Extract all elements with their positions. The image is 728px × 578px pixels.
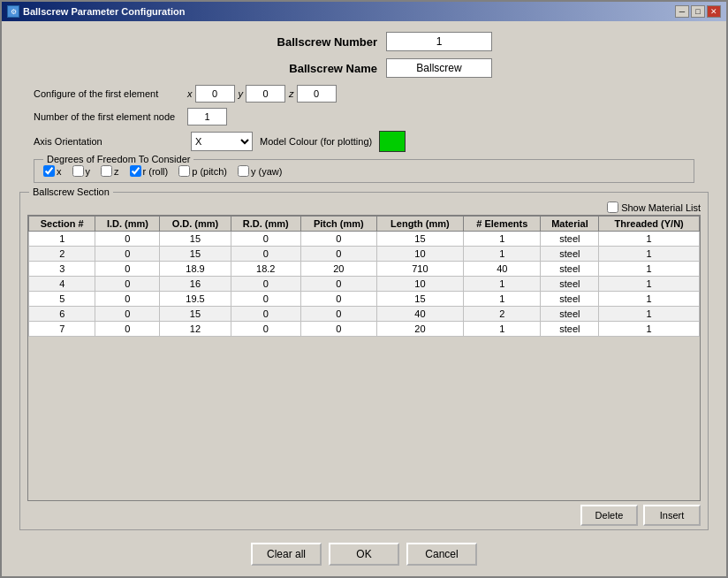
ballscrew-number-label: Ballscrew Number bbox=[236, 35, 377, 49]
dof-group: Degrees of Freedom To Consider x y z r (… bbox=[34, 159, 694, 183]
dof-row: x y z r (roll) p (pitch) bbox=[43, 165, 685, 177]
col-material: Material bbox=[541, 217, 599, 232]
col-length: Length (mm) bbox=[376, 217, 463, 232]
x-label: x bbox=[187, 88, 193, 99]
table-row[interactable]: 201500101steel1 bbox=[29, 247, 700, 262]
section-table-container[interactable]: Section # I.D. (mm) O.D. (mm) R.D. (mm) … bbox=[27, 215, 701, 501]
table-row[interactable]: 5019.500151steel1 bbox=[29, 292, 700, 307]
dof-yaw-checkbox[interactable] bbox=[238, 165, 249, 177]
main-content: Ballscrew Number Ballscrew Name Configur… bbox=[2, 21, 726, 576]
delete-button[interactable]: Delete bbox=[580, 505, 638, 526]
title-bar-left: ⚙ Ballscrew Parameter Configuration bbox=[7, 5, 185, 18]
ballscrew-name-row: Ballscrew Name bbox=[16, 58, 712, 78]
show-material-checkbox[interactable] bbox=[607, 202, 618, 213]
col-pitch: Pitch (mm) bbox=[300, 217, 376, 232]
title-bar: ⚙ Ballscrew Parameter Configuration ─ □ … bbox=[2, 2, 726, 21]
dof-z-item: z bbox=[101, 165, 119, 177]
dof-yaw-item: y (yaw) bbox=[238, 165, 282, 177]
ballscrew-name-input[interactable] bbox=[386, 58, 492, 78]
table-buttons: Delete Insert bbox=[20, 501, 708, 529]
window-controls: ─ □ ✕ bbox=[675, 5, 721, 18]
insert-button[interactable]: Insert bbox=[643, 505, 701, 526]
dof-x-label: x bbox=[57, 166, 62, 177]
y-coord-group: y bbox=[239, 85, 286, 103]
axis-orientation-label: Axis Orientation bbox=[34, 136, 184, 147]
dof-p-item: p (pitch) bbox=[178, 165, 227, 177]
z-label: z bbox=[289, 88, 294, 99]
dof-y-label: y bbox=[86, 166, 91, 177]
bottom-buttons: Clear all OK Cancel bbox=[16, 537, 712, 569]
col-rd: R.D. (mm) bbox=[231, 217, 300, 232]
dof-r-item: r (roll) bbox=[130, 165, 169, 177]
col-elements: # Elements bbox=[464, 217, 541, 232]
model-colour-box[interactable] bbox=[379, 131, 406, 152]
dof-legend: Degrees of Freedom To Consider bbox=[43, 154, 193, 164]
y-label: y bbox=[239, 88, 244, 99]
section-table-body: 101500151steel1201500101steel13018.918.2… bbox=[29, 232, 700, 337]
table-header-row: Section # I.D. (mm) O.D. (mm) R.D. (mm) … bbox=[29, 217, 700, 232]
ballscrew-number-input[interactable] bbox=[386, 32, 492, 51]
table-row[interactable]: 3018.918.22071040steel1 bbox=[29, 262, 700, 277]
ok-button[interactable]: OK bbox=[329, 543, 399, 566]
dof-p-checkbox[interactable] bbox=[178, 165, 190, 177]
y-input[interactable] bbox=[246, 85, 285, 103]
close-button[interactable]: ✕ bbox=[707, 5, 721, 18]
ballscrew-section: Ballscrew Section Show Material List Sec… bbox=[19, 192, 709, 530]
section-table: Section # I.D. (mm) O.D. (mm) R.D. (mm) … bbox=[28, 216, 700, 337]
first-node-input[interactable] bbox=[187, 108, 227, 125]
dof-p-label: p (pitch) bbox=[192, 166, 227, 177]
dof-y-checkbox[interactable] bbox=[72, 165, 84, 177]
z-input[interactable] bbox=[297, 85, 337, 103]
dof-x-item: x bbox=[43, 165, 62, 177]
window-title: Ballscrew Parameter Configuration bbox=[23, 6, 185, 17]
dof-z-checkbox[interactable] bbox=[101, 165, 112, 177]
dof-r-label: r (roll) bbox=[143, 166, 169, 177]
show-material-label: Show Material List bbox=[621, 202, 701, 213]
col-id: I.D. (mm) bbox=[95, 217, 160, 232]
dof-r-checkbox[interactable] bbox=[130, 165, 141, 177]
first-node-label: Number of the first element node bbox=[34, 111, 184, 122]
ballscrew-name-label: Ballscrew Name bbox=[236, 62, 377, 75]
ballscrew-number-row: Ballscrew Number bbox=[16, 32, 712, 51]
maximize-button[interactable]: □ bbox=[691, 5, 705, 18]
axis-orientation-row: Axis Orientation X Y Z Model Colour (for… bbox=[34, 131, 712, 152]
dof-z-label: z bbox=[114, 166, 119, 177]
x-coord-group: x bbox=[187, 85, 235, 103]
show-material-row: Show Material List bbox=[20, 198, 708, 215]
dof-y-item: y bbox=[72, 165, 91, 177]
col-threaded: Threaded (Y/N) bbox=[599, 217, 700, 232]
first-node-row: Number of the first element node bbox=[34, 108, 712, 125]
z-coord-group: z bbox=[289, 85, 337, 103]
configure-first-element-label: Configure of the first element bbox=[34, 88, 184, 99]
dof-x-checkbox[interactable] bbox=[43, 165, 55, 177]
x-input[interactable] bbox=[195, 85, 235, 103]
cancel-button[interactable]: Cancel bbox=[406, 543, 477, 566]
table-row[interactable]: 401600101steel1 bbox=[29, 277, 700, 292]
main-window: ⚙ Ballscrew Parameter Configuration ─ □ … bbox=[0, 0, 728, 578]
minimize-button[interactable]: ─ bbox=[675, 5, 689, 18]
table-row[interactable]: 601500402steel1 bbox=[29, 307, 700, 322]
configure-first-element-row: Configure of the first element x y z bbox=[34, 85, 712, 103]
axis-select[interactable]: X Y Z bbox=[191, 132, 253, 151]
table-row[interactable]: 701200201steel1 bbox=[29, 322, 700, 337]
model-colour-label: Model Colour (for plotting) bbox=[260, 136, 372, 147]
ballscrew-section-legend: Ballscrew Section bbox=[29, 186, 113, 197]
clear-all-button[interactable]: Clear all bbox=[251, 543, 322, 566]
app-icon: ⚙ bbox=[7, 5, 19, 18]
table-row[interactable]: 101500151steel1 bbox=[29, 232, 700, 247]
col-section: Section # bbox=[29, 217, 95, 232]
dof-yaw-label: y (yaw) bbox=[251, 166, 282, 177]
col-od: O.D. (mm) bbox=[160, 217, 231, 232]
